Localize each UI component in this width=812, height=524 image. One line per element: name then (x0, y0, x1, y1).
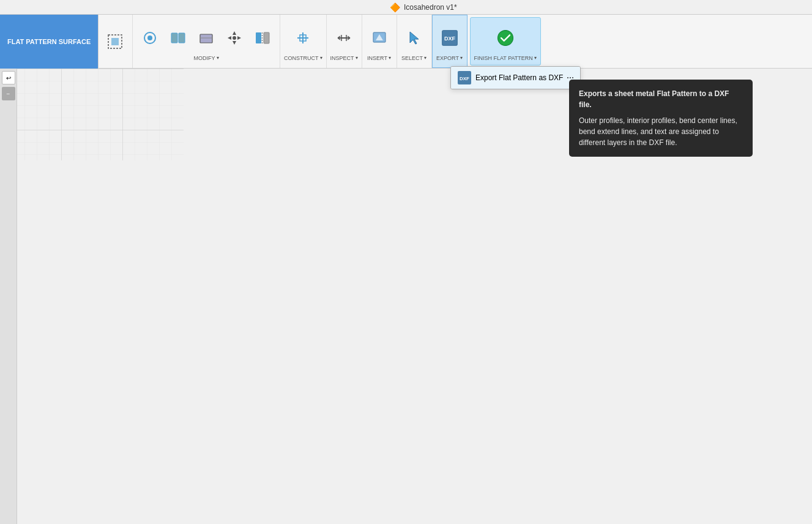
tooltip-popup: Exports a sheet metal Flat Pattern to a … (569, 80, 753, 157)
modify-icon4 (226, 29, 243, 47)
svg-text:DXF: DXF (460, 76, 469, 81)
svg-text:DXF: DXF (444, 36, 455, 42)
zoom-button[interactable]: − (2, 87, 15, 100)
export-dxf-label: Export Flat Pattern as DXF (475, 73, 563, 82)
tooltip-body: Outer profiles, interior profiles, bend … (579, 115, 743, 148)
construct-label[interactable]: CONSTRUCT▾ (284, 55, 322, 61)
svg-point-12 (233, 36, 236, 40)
insert-label[interactable]: INSERT▾ (367, 55, 391, 61)
svg-rect-1 (111, 38, 119, 45)
svg-rect-6 (200, 34, 212, 43)
svg-rect-33 (0, 69, 184, 160)
export-dropdown: DXF Export Flat Pattern as DXF ⋯ (450, 66, 581, 89)
modify-btn1[interactable] (136, 22, 163, 54)
flat-pattern-label: FLAT PATTERN SURFACE (0, 15, 99, 69)
modify-btn3[interactable] (193, 22, 220, 54)
svg-point-3 (147, 36, 152, 40)
undo-button[interactable]: ↩ (2, 71, 15, 84)
modify-btn4[interactable] (221, 22, 248, 54)
toolbar-section-modify: MODIFY▾ (133, 15, 280, 68)
modify-btn2[interactable] (165, 22, 192, 54)
toolbar-section-select: SELECT▾ (397, 15, 432, 68)
modify-icon5 (254, 29, 271, 47)
finish-icon (497, 29, 514, 47)
svg-marker-28 (410, 32, 419, 44)
select-all-icon (106, 33, 124, 50)
export-dxf-item[interactable]: DXF Export Flat Pattern as DXF ⋯ (451, 67, 580, 89)
toolbar-section-export: DXF EXPORT▾ (432, 15, 467, 68)
toolbar-section-finish: FINISH FLAT PATTERN▾ (470, 17, 541, 66)
dxf-icon: DXF (457, 70, 472, 85)
insert-icon1 (371, 29, 388, 47)
finish-flat-pattern-button[interactable] (492, 22, 519, 54)
toolbar-section-insert: INSERT▾ (362, 15, 397, 68)
toolbar-section-misc (98, 15, 133, 68)
export-label[interactable]: EXPORT▾ (436, 55, 463, 61)
toolbar-section-inspect: INSPECT▾ (327, 15, 362, 68)
app-icon: 🔶 (390, 2, 400, 12)
select-label[interactable]: SELECT▾ (401, 55, 426, 61)
modify-btn5[interactable] (249, 22, 276, 54)
toolbar-section-construct: CONSTRUCT▾ (280, 15, 327, 68)
tooltip-title: Exports a sheet metal Flat Pattern to a … (579, 88, 743, 110)
grid (0, 69, 184, 160)
main-toolbar: MODIFY▾ CONSTRUCT▾ (0, 15, 812, 69)
inspect-icon1 (335, 29, 352, 47)
svg-rect-4 (171, 33, 177, 43)
svg-rect-5 (179, 33, 185, 43)
select-btn1[interactable] (401, 22, 428, 54)
construct-btn1[interactable] (289, 22, 316, 54)
left-controls: ↩ − (0, 69, 17, 524)
modify-label[interactable]: MODIFY▾ (194, 55, 219, 61)
svg-marker-10 (228, 36, 231, 40)
window-title: Icosahedron v1* (404, 3, 457, 12)
insert-btn1[interactable] (366, 22, 393, 54)
inspect-label[interactable]: INSPECT▾ (330, 55, 358, 61)
inspect-btn1[interactable] (330, 22, 357, 54)
svg-rect-13 (256, 32, 261, 43)
svg-rect-14 (264, 32, 269, 43)
modify-icon2 (169, 29, 187, 47)
title-bar: 🔶 Icosahedron v1* (0, 0, 812, 15)
svg-marker-8 (233, 31, 236, 35)
finish-label[interactable]: FINISH FLAT PATTERN▾ (474, 55, 537, 61)
svg-point-31 (497, 30, 513, 45)
export-icon1: DXF (441, 29, 458, 47)
svg-marker-9 (233, 41, 236, 45)
export-btn1[interactable]: DXF (436, 22, 463, 54)
modify-icon3 (198, 29, 215, 47)
select-icon1 (406, 29, 423, 47)
select-all-button[interactable] (102, 26, 129, 58)
svg-marker-11 (237, 36, 241, 40)
construct-icon1 (294, 29, 311, 47)
modify-icon1 (141, 29, 158, 47)
